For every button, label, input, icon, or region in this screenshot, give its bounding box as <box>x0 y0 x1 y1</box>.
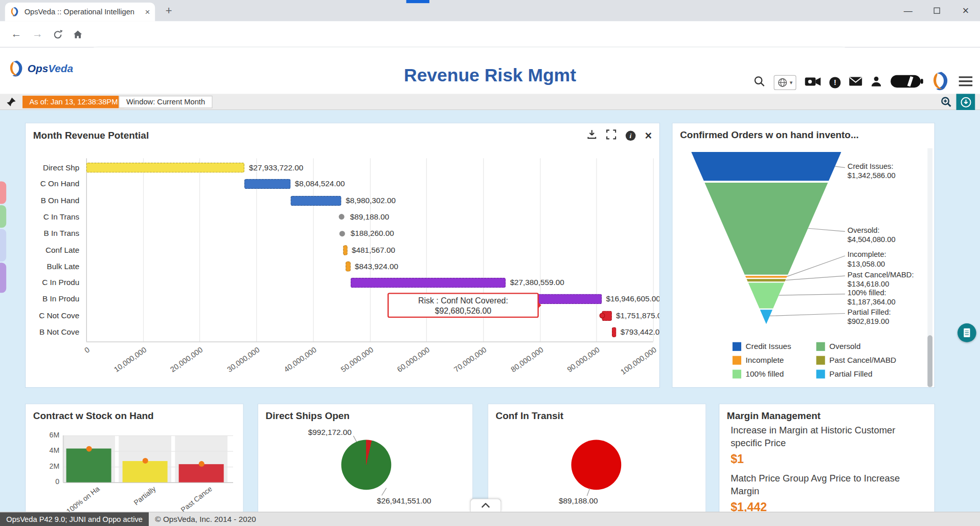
mail-icon <box>849 76 862 86</box>
funnel-segment[interactable] <box>745 276 787 278</box>
bar-value-label: $27,380,559.00 <box>510 278 564 288</box>
tooltip-line1: Risk : Conf Not Covered: <box>389 296 537 306</box>
chart-bar[interactable] <box>611 327 616 337</box>
funnel-segment[interactable] <box>748 283 784 309</box>
chart-bar[interactable] <box>346 261 350 272</box>
chart-bar[interactable] <box>245 179 291 189</box>
chart-bar[interactable] <box>86 163 245 173</box>
panel-month-revenue-potential: Month Revenue Potential i × Direct ShpC … <box>25 123 660 388</box>
legend-item[interactable]: Incomplete <box>733 356 816 365</box>
scroll-down-expander[interactable] <box>470 498 501 512</box>
tab-close-icon[interactable]: × <box>145 8 150 16</box>
pie-chart[interactable] <box>341 440 392 490</box>
hover-marker <box>599 313 605 319</box>
close-window-button[interactable]: × <box>951 0 980 21</box>
chart-bar[interactable] <box>350 278 506 288</box>
chart-bar[interactable] <box>179 464 224 483</box>
application-window: OpsVeda :: Operational Intelligen × + — … <box>0 0 980 526</box>
search-button[interactable] <box>754 75 766 90</box>
battery-indicator[interactable] <box>890 74 924 91</box>
panel-scrollbar[interactable] <box>927 148 932 386</box>
side-chip-green[interactable] <box>0 205 6 228</box>
funnel-callout-value: $1,342,586.00 <box>848 171 896 181</box>
user-button[interactable] <box>871 76 882 90</box>
panel-title: Margin Management <box>727 410 821 422</box>
maximize-button[interactable] <box>923 0 951 21</box>
funnel-callout: Past Cancel/MABD:$134,618.00 <box>848 270 914 289</box>
chart-bar[interactable] <box>290 195 341 206</box>
funnel-chart <box>691 152 841 324</box>
messages-button[interactable] <box>849 76 862 89</box>
download-button[interactable] <box>587 129 597 142</box>
x-axis-label: Partially <box>98 485 157 512</box>
funnel-callout-value: $902,819.00 <box>848 317 891 326</box>
legend-item[interactable]: Partial Filled <box>816 370 896 379</box>
header-icon-bar: ▾ ! <box>754 71 973 94</box>
window-filter[interactable]: Window: Current Month <box>119 96 212 108</box>
chart-bar[interactable] <box>66 449 111 483</box>
bar-value-label: $188,260.00 <box>351 228 394 238</box>
funnel-callout-value: $13,058.00 <box>848 259 886 269</box>
pie-chart[interactable] <box>571 440 621 490</box>
zoom-button[interactable] <box>940 96 952 111</box>
browser-address-bar: ← → opvcloud.opsveda.com/OpsVeda_new/?16… <box>0 21 980 48</box>
opsveda-swirl-icon <box>932 71 951 91</box>
info-button[interactable]: i <box>626 131 636 141</box>
legend-swatch <box>733 342 741 351</box>
panel-header: Confirmed Orders w on hand invento... <box>672 123 934 145</box>
opsveda-swirl-badge[interactable] <box>932 71 951 94</box>
side-chip-lavender[interactable] <box>0 229 6 261</box>
legend-item[interactable]: Credit Issues <box>733 342 816 351</box>
margin-insight-value[interactable]: $1,442 <box>731 500 927 512</box>
chart-marker[interactable] <box>86 446 92 451</box>
legend-item[interactable]: Oversold <box>816 342 896 351</box>
scrollbar-thumb[interactable] <box>927 335 932 387</box>
legend-item[interactable]: Past Cancel/MABD <box>816 356 896 365</box>
opsveda-favicon-icon <box>10 7 20 17</box>
chart-point[interactable] <box>339 214 345 220</box>
app-menu-button[interactable] <box>959 76 972 89</box>
minimize-button[interactable]: — <box>894 0 922 21</box>
dashboard-main: Month Revenue Potential i × Direct ShpC … <box>0 110 980 512</box>
expand-button[interactable] <box>606 129 617 142</box>
forward-button[interactable]: → <box>29 26 46 42</box>
funnel-callout-name: Past Cancel/MABD: <box>848 270 914 279</box>
filter-bar: As of: Jan 13, 12:38:38PM Window: Curren… <box>0 94 980 110</box>
funnel-segment[interactable] <box>760 310 772 324</box>
document-icon <box>963 328 971 338</box>
funnel-segment[interactable] <box>704 183 828 275</box>
chart-point[interactable] <box>339 231 345 236</box>
pin-button[interactable] <box>6 97 16 109</box>
panel-header: Margin Management <box>719 404 935 426</box>
screenshot-button[interactable] <box>804 75 821 90</box>
tab-title: OpsVeda :: Operational Intelligen <box>25 8 141 16</box>
y-axis-category-labels: Direct ShpC On HandB On HandC In TransB … <box>26 158 82 352</box>
legend-label: Oversold <box>829 342 860 351</box>
language-selector[interactable]: ▾ <box>774 75 796 90</box>
category-label: Direct Shp <box>43 163 79 173</box>
chart-bar[interactable] <box>343 245 348 255</box>
margin-content: Increase in Margin at Historic Customer … <box>731 424 927 512</box>
risk-tooltip: Risk : Conf Not Covered: $92,680,526.00 <box>388 293 539 318</box>
report-fab[interactable] <box>958 323 976 342</box>
legend-item[interactable]: 100% filled <box>733 370 816 379</box>
category-label: B On Hand <box>41 195 80 206</box>
user-icon <box>871 76 882 87</box>
home-button[interactable] <box>69 26 86 42</box>
close-panel-button[interactable]: × <box>645 131 652 141</box>
back-button[interactable]: ← <box>8 26 25 42</box>
browser-tab[interactable]: OpsVeda :: Operational Intelligen × <box>5 3 155 21</box>
panel-title: Conf In Transit <box>496 410 564 422</box>
export-button[interactable] <box>956 94 975 110</box>
side-chip-red[interactable] <box>0 182 6 204</box>
y-axis-label: 4M <box>43 447 59 454</box>
chart-bar[interactable] <box>123 461 168 483</box>
reload-button[interactable] <box>49 26 66 42</box>
funnel-segment[interactable] <box>691 152 841 181</box>
chevron-up-icon <box>481 503 491 508</box>
side-chip-purple[interactable] <box>0 262 6 293</box>
alerts-button[interactable]: ! <box>829 77 840 88</box>
new-tab-button[interactable]: + <box>161 4 176 18</box>
margin-insight-value[interactable]: $1 <box>731 452 927 466</box>
funnel-segment[interactable] <box>746 279 786 281</box>
